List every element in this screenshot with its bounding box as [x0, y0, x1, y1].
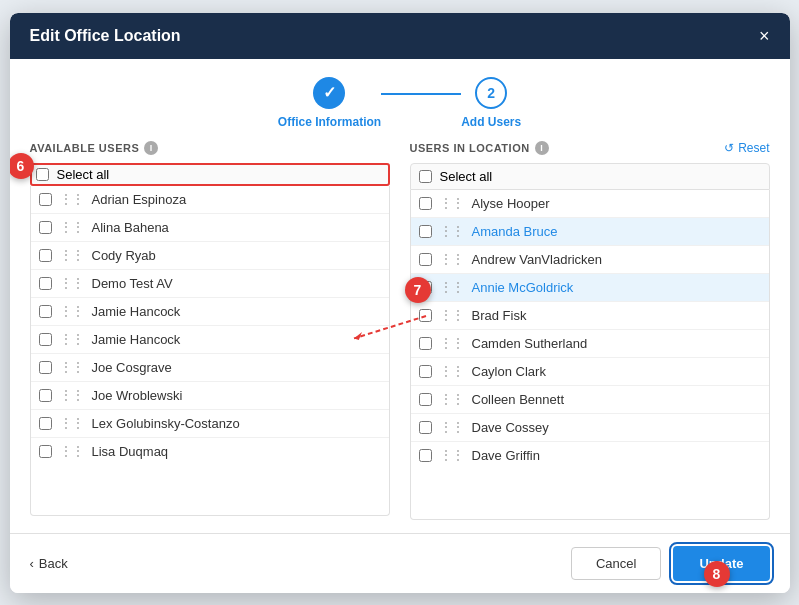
location-user-checkbox-1[interactable]: [419, 225, 432, 238]
available-users-column: AVAILABLE USERS i Select all ⋮⋮ Adrian E…: [30, 141, 390, 523]
available-user-checkbox-3[interactable]: [39, 277, 52, 290]
users-in-location-select-all-label: Select all: [440, 169, 493, 184]
reset-button[interactable]: ↺ Reset: [724, 141, 769, 155]
available-users-select-all-outer: Select all: [30, 163, 390, 186]
step-2: 2 Add Users: [461, 77, 521, 129]
users-in-location-info-icon: i: [535, 141, 549, 155]
available-users-header: AVAILABLE USERS i: [30, 141, 390, 155]
badge-6: 6: [10, 153, 34, 179]
drag-handle: ⋮⋮: [440, 308, 464, 322]
available-user-name: Joe Wroblewski: [92, 388, 381, 403]
location-user-name: Camden Sutherland: [472, 336, 761, 351]
location-user-name: Dave Griffin: [472, 448, 761, 463]
available-user-checkbox-5[interactable]: [39, 333, 52, 346]
location-user-checkbox-9[interactable]: [419, 449, 432, 462]
drag-handle: ⋮⋮: [440, 448, 464, 462]
location-user-checkbox-4[interactable]: [419, 309, 432, 322]
step-1-label: Office Information: [278, 115, 381, 129]
location-user-checkbox-2[interactable]: [419, 253, 432, 266]
step-1-circle: ✓: [313, 77, 345, 109]
location-user-checkbox-8[interactable]: [419, 421, 432, 434]
available-user-item: ⋮⋮ Adrian Espinoza: [31, 186, 389, 214]
available-users-info-icon: i: [144, 141, 158, 155]
modal-header: Edit Office Location ×: [10, 13, 790, 59]
drag-handle: ⋮⋮: [440, 280, 464, 294]
location-user-name: Colleen Bennett: [472, 392, 761, 407]
step-2-label: Add Users: [461, 115, 521, 129]
close-button[interactable]: ×: [759, 27, 770, 45]
available-user-name: Lex Golubinsky-Costanzo: [92, 416, 381, 431]
available-user-checkbox-1[interactable]: [39, 221, 52, 234]
available-user-item: ⋮⋮ Demo Test AV: [31, 270, 389, 298]
available-user-item: ⋮⋮ Lex Golubinsky-Costanzo: [31, 410, 389, 438]
badge-8: 8: [704, 561, 730, 587]
available-user-name: Cody Ryab: [92, 248, 381, 263]
location-user-name: Annie McGoldrick: [472, 280, 761, 295]
location-user-item: ⋮⋮ Andrew VanVladricken: [411, 246, 769, 274]
available-user-item: ⋮⋮ Alina Bahena: [31, 214, 389, 242]
drag-handle: ⋮⋮: [60, 248, 84, 262]
drag-handle: ⋮⋮: [440, 364, 464, 378]
cancel-button[interactable]: Cancel: [571, 547, 661, 580]
drag-handle: ⋮⋮: [60, 276, 84, 290]
location-user-item: ⋮⋮ Dave Griffin: [411, 442, 769, 469]
available-user-item: ⋮⋮ Jamie Hancock: [31, 326, 389, 354]
users-in-location-list: ⋮⋮ Alyse Hooper ⋮⋮ Amanda Bruce ⋮⋮ Andre…: [410, 190, 770, 520]
drag-handle: ⋮⋮: [60, 416, 84, 430]
available-user-name: Demo Test AV: [92, 276, 381, 291]
available-user-name: Alina Bahena: [92, 220, 381, 235]
location-user-checkbox-0[interactable]: [419, 197, 432, 210]
available-user-checkbox-4[interactable]: [39, 305, 52, 318]
step-1-icon: ✓: [323, 83, 336, 102]
location-user-item: ⋮⋮ Amanda Bruce: [411, 218, 769, 246]
available-user-name: Jamie Hancock: [92, 332, 381, 347]
location-user-item: ⋮⋮ Annie McGoldrick: [411, 274, 769, 302]
drag-handle: ⋮⋮: [440, 252, 464, 266]
step-2-circle: 2: [475, 77, 507, 109]
drag-handle: ⋮⋮: [60, 332, 84, 346]
available-user-item: ⋮⋮ Joe Cosgrave: [31, 354, 389, 382]
available-user-checkbox-7[interactable]: [39, 389, 52, 402]
drag-handle: ⋮⋮: [440, 420, 464, 434]
available-users-list: ⋮⋮ Adrian Espinoza ⋮⋮ Alina Bahena ⋮⋮ Co…: [30, 186, 390, 516]
drag-handle: ⋮⋮: [60, 220, 84, 234]
step-line: [381, 93, 461, 95]
available-user-checkbox-2[interactable]: [39, 249, 52, 262]
drag-handle: ⋮⋮: [440, 392, 464, 406]
users-in-location-select-all-checkbox[interactable]: [419, 170, 432, 183]
location-user-item: ⋮⋮ Brad Fisk: [411, 302, 769, 330]
location-user-name: Amanda Bruce: [472, 224, 761, 239]
location-user-checkbox-7[interactable]: [419, 393, 432, 406]
modal-container: 6 7 8 Edit Office Location × ✓ Office In…: [10, 13, 790, 593]
available-user-item: ⋮⋮ Lisa Duqmaq: [31, 438, 389, 465]
location-user-name: Dave Cossey: [472, 420, 761, 435]
available-user-name: Lisa Duqmaq: [92, 444, 381, 459]
drag-handle: ⋮⋮: [440, 336, 464, 350]
drag-handle: ⋮⋮: [440, 196, 464, 210]
reset-icon: ↺: [724, 141, 734, 155]
drag-handle: ⋮⋮: [60, 192, 84, 206]
available-users-select-all-label: Select all: [57, 167, 110, 182]
available-user-checkbox-0[interactable]: [39, 193, 52, 206]
location-user-name: Caylon Clark: [472, 364, 761, 379]
available-user-name: Adrian Espinoza: [92, 192, 381, 207]
location-user-checkbox-5[interactable]: [419, 337, 432, 350]
available-users-title-text: AVAILABLE USERS: [30, 142, 140, 154]
available-users-select-all-row: Select all: [30, 163, 390, 186]
content-area: AVAILABLE USERS i Select all ⋮⋮ Adrian E…: [10, 141, 790, 533]
back-button[interactable]: ‹ Back: [30, 556, 68, 571]
drag-handle: ⋮⋮: [440, 224, 464, 238]
available-user-checkbox-6[interactable]: [39, 361, 52, 374]
available-users-title: AVAILABLE USERS i: [30, 141, 159, 155]
available-user-checkbox-9[interactable]: [39, 445, 52, 458]
available-users-select-all-checkbox[interactable]: [36, 168, 49, 181]
location-user-item: ⋮⋮ Colleen Bennett: [411, 386, 769, 414]
back-chevron: ‹: [30, 556, 34, 571]
reset-label: Reset: [738, 141, 769, 155]
step-2-number: 2: [487, 85, 495, 101]
available-user-checkbox-8[interactable]: [39, 417, 52, 430]
footer-right: Cancel Update: [571, 546, 770, 581]
users-in-location-column: USERS IN LOCATION i ↺ Reset Select all ⋮…: [410, 141, 770, 523]
modal-title: Edit Office Location: [30, 27, 181, 45]
location-user-checkbox-6[interactable]: [419, 365, 432, 378]
